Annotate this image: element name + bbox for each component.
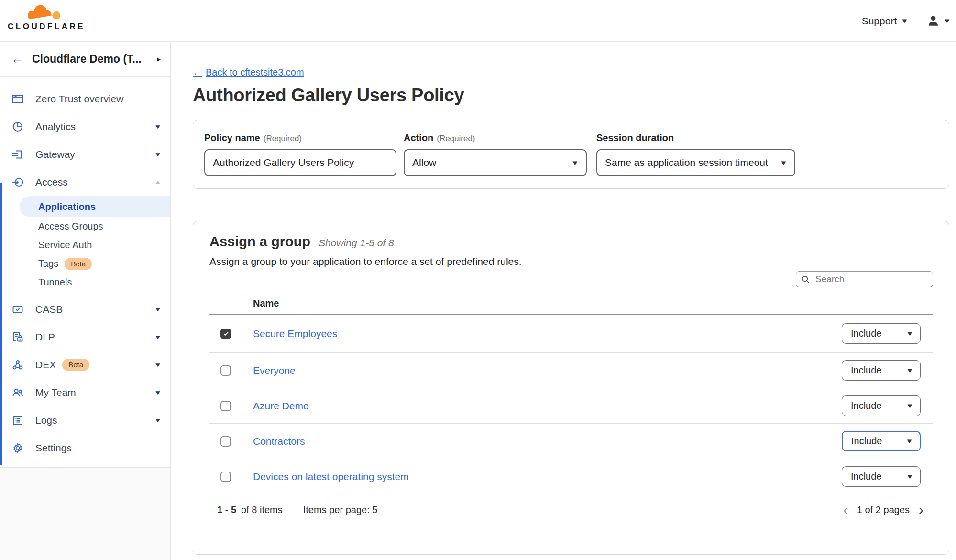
sidebar-item-access-groups[interactable]: Access Groups [0,217,170,236]
group-link[interactable]: Everyone [253,365,296,376]
page-indicator: 1 of 2 pages [857,505,910,516]
policy-name-field: Policy name(Required) [204,132,396,176]
sidebar-item-settings[interactable]: Settings [0,434,170,462]
group-search[interactable] [796,271,933,287]
sidebar-item-tunnels[interactable]: Tunnels [0,273,170,292]
chevron-down-icon: ▼ [154,334,162,340]
column-header-name: Name [209,298,933,315]
support-label: Support [862,15,897,27]
required-hint: (Required) [437,134,475,143]
session-duration-label: Session duration [596,132,674,143]
chevron-down-icon: ▼ [901,17,909,24]
chevron-down-icon: ▼ [154,151,162,158]
sidebar-item-dlp[interactable]: DLP ▼ [0,323,170,351]
group-link[interactable]: Secure Employees [253,328,337,339]
pagination: ‹ 1 of 2 pages › [843,503,923,517]
assign-group-description: Assign a group to your application to en… [209,256,933,267]
sidebar-item-casb[interactable]: CASB ▼ [0,296,170,323]
assign-group-title: Assign a group [209,234,310,250]
policy-name-label: Policy name [204,132,260,143]
row-checkbox[interactable] [220,329,231,339]
gear-icon [11,442,24,454]
topbar-right-group: Support ▼ ▼ [862,0,950,42]
sidebar-item-analytics[interactable]: Analytics ▼ [0,113,170,141]
gateway-icon [11,148,24,161]
table-row: Azure Demo Include ▼ [209,388,933,424]
include-select[interactable]: Include ▼ [842,466,921,487]
items-per-page: Items per page: 5 [303,505,378,516]
chevron-down-icon: ▼ [154,362,162,368]
items-range: 1 - 5 [217,505,236,516]
sidebar-item-my-team[interactable]: My Team ▼ [0,379,170,406]
items-total: of 8 items [241,505,283,516]
pie-chart-icon [11,121,24,133]
group-link[interactable]: Azure Demo [253,400,309,411]
chevron-down-icon: ▼ [906,402,914,409]
list-document-icon [11,414,24,427]
row-checkbox[interactable] [220,401,231,411]
showing-count: Showing 1-5 of 8 [319,237,394,249]
sidebar: ← Cloudflare Demo (T... ▸ Zero Trust ove… [0,42,171,560]
sidebar-bottom-area [0,468,170,560]
network-nodes-icon [11,359,24,371]
back-to-site-link[interactable]: ← Back to cftestsite3.com [193,67,304,78]
document-lock-icon [11,331,24,343]
user-menu[interactable]: ▼ [927,14,950,27]
action-select[interactable]: Allow ▼ [404,149,587,176]
row-checkbox[interactable] [220,472,231,482]
window-icon [11,93,24,105]
policy-name-input[interactable] [204,149,396,176]
chevron-down-icon: ▼ [906,330,914,337]
sidebar-item-zero-trust-overview[interactable]: Zero Trust overview [0,85,170,113]
chevron-down-icon: ▼ [571,159,579,166]
action-label: Action [404,132,433,143]
include-select[interactable]: Include ▼ [842,395,921,416]
next-page-icon[interactable]: › [919,503,923,517]
action-field: Action(Required) Allow ▼ [404,132,587,176]
cloudflare-logo[interactable]: CLOUDFLARE [8,2,84,32]
account-name[interactable]: Cloudflare Demo (T... [32,53,157,66]
sidebar-item-applications[interactable]: Applications [20,196,170,217]
sidebar-item-gateway[interactable]: Gateway ▼ [0,141,170,168]
checkmark-icon [222,330,230,337]
account-header: ← Cloudflare Demo (T... ▸ [0,42,170,77]
support-menu[interactable]: Support ▼ [862,15,908,27]
table-row: Contractors Include ▼ [209,424,933,459]
search-input[interactable] [814,274,928,285]
main-content: ← Back to cftestsite3.com Authorized Gal… [171,42,956,560]
beta-badge: Beta [62,359,89,371]
required-hint: (Required) [264,134,302,143]
previous-page-icon[interactable]: ‹ [843,503,848,517]
group-link[interactable]: Devices on latest operating system [253,471,409,482]
back-arrow-icon[interactable]: ← [11,52,24,66]
policy-form-card: Policy name(Required) Action(Required) A… [193,120,949,189]
session-duration-select[interactable]: Same as application session timeout ▼ [596,149,795,176]
include-select[interactable]: Include ▼ [842,323,921,344]
active-pill: Applications [20,196,170,217]
expand-right-icon[interactable]: ▸ [157,55,161,64]
back-arrow-icon: ← [193,67,202,78]
page-title: Authorized Gallery Users Policy [193,85,949,106]
row-checkbox[interactable] [220,436,231,447]
group-link[interactable]: Contractors [253,436,305,447]
table-row: Everyone Include ▼ [209,353,933,388]
chevron-down-icon: ▼ [154,389,162,396]
cloudflare-cloud-icon [22,2,69,22]
table-row: Devices on latest operating system Inclu… [209,459,933,494]
people-icon [11,386,24,399]
row-checkbox[interactable] [220,365,231,376]
sidebar-nav: Zero Trust overview Analytics ▼ Gateway … [0,85,170,462]
user-icon [927,14,940,27]
include-select[interactable]: Include ▼ [842,431,921,451]
footer-separator [293,503,293,517]
session-duration-field: Session duration Same as application ses… [596,132,795,176]
sidebar-item-dex[interactable]: DEX Beta ▼ [0,351,170,379]
cloudflare-wordmark: CLOUDFLARE [8,22,84,32]
chevron-down-icon: ▼ [154,417,162,424]
sidebar-item-tags[interactable]: Tags Beta [0,254,170,273]
sidebar-item-logs[interactable]: Logs ▼ [0,406,170,434]
include-select[interactable]: Include ▼ [842,360,921,381]
sidebar-item-service-auth[interactable]: Service Auth [0,236,170,254]
sidebar-item-access[interactable]: Access ▲ [0,168,170,196]
chevron-down-icon: ▼ [906,367,914,374]
